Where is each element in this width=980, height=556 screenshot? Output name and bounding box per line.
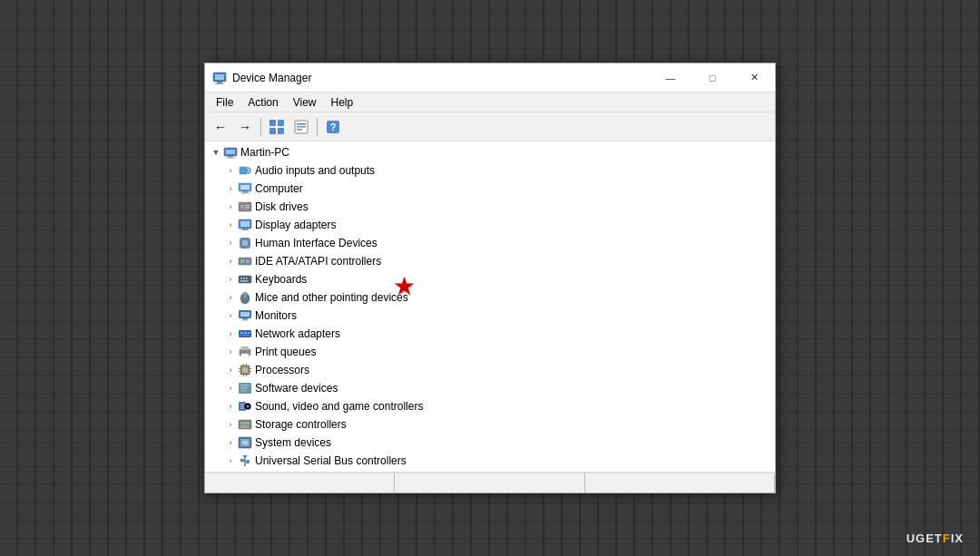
- menu-bar: File Action View Help: [205, 93, 775, 112]
- storage-expand[interactable]: ›: [223, 417, 238, 432]
- svg-point-20: [247, 170, 250, 172]
- properties-button[interactable]: [289, 115, 313, 139]
- tree-root[interactable]: ▼ Martin-PC: [205, 143, 775, 161]
- title-bar: Device Manager — □ ✕: [205, 63, 775, 93]
- menu-file[interactable]: File: [209, 94, 240, 111]
- title-bar-left: Device Manager: [212, 71, 311, 85]
- watermark-accent: F: [943, 532, 951, 545]
- printer-label: Print queues: [255, 346, 316, 358]
- svg-rect-2: [217, 82, 222, 83]
- tree-item-ide[interactable]: › IDE ATA/ATAPI controllers: [205, 252, 775, 270]
- tree-item-network[interactable]: › Network adapters: [205, 325, 775, 343]
- svg-rect-54: [248, 332, 250, 334]
- svg-rect-23: [242, 191, 248, 193]
- printer-expand[interactable]: ›: [223, 345, 238, 359]
- back-icon: ←: [214, 120, 227, 134]
- network-label: Network adapters: [255, 327, 340, 340]
- disk-label: Disk drives: [255, 200, 309, 213]
- device-tree[interactable]: ▼ Martin-PC › Audio input: [205, 141, 775, 473]
- app-icon: [212, 71, 227, 85]
- keyboard-label: Keyboards: [255, 273, 307, 286]
- svg-rect-28: [245, 207, 250, 208]
- tree-item-software[interactable]: › Software devices: [205, 379, 775, 397]
- svg-rect-39: [239, 276, 251, 283]
- system-expand[interactable]: ›: [223, 435, 238, 450]
- tree-item-mouse[interactable]: › Mice and other pointing devices: [205, 288, 775, 307]
- disk-expand[interactable]: ›: [223, 200, 238, 214]
- sound-expand[interactable]: ›: [223, 399, 238, 414]
- network-expand[interactable]: ›: [223, 327, 238, 341]
- tree-item-usb[interactable]: › Universal Serial Bus controllers: [205, 452, 775, 470]
- ide-expand[interactable]: ›: [223, 254, 238, 268]
- svg-rect-62: [239, 368, 240, 369]
- monitor-expand[interactable]: ›: [223, 308, 238, 323]
- tree-item-disk[interactable]: › Disk drives: [205, 198, 775, 216]
- forward-button[interactable]: →: [233, 115, 257, 139]
- tree-item-processor[interactable]: › Processors: [205, 361, 775, 379]
- monitor-label: Monitors: [255, 309, 297, 322]
- tree-item-display[interactable]: › Display adapters: [205, 216, 775, 234]
- svg-rect-32: [242, 229, 248, 229]
- usb-icon: [238, 454, 252, 468]
- tree-icon: [269, 119, 285, 135]
- svg-rect-79: [240, 422, 250, 424]
- svg-rect-9: [297, 123, 306, 125]
- tree-item-system[interactable]: › System devices: [205, 434, 775, 452]
- hid-label: Human Interface Devices: [255, 237, 377, 249]
- tree-item-storage[interactable]: › Storage controllers: [205, 415, 775, 434]
- tree-item-keyboard[interactable]: › Keyboards: [205, 270, 775, 288]
- hid-icon: [238, 236, 252, 250]
- software-expand[interactable]: ›: [223, 381, 238, 395]
- menu-action[interactable]: Action: [240, 94, 285, 111]
- status-bar: [205, 473, 775, 493]
- svg-rect-57: [241, 346, 249, 350]
- svg-rect-63: [239, 371, 240, 372]
- hid-expand[interactable]: ›: [223, 236, 238, 250]
- keyboard-expand[interactable]: ›: [223, 272, 238, 287]
- menu-help[interactable]: Help: [324, 94, 361, 111]
- back-button[interactable]: ←: [209, 115, 232, 139]
- status-segment-1: [205, 473, 395, 493]
- software-icon: [238, 381, 252, 395]
- mouse-expand[interactable]: ›: [223, 290, 238, 305]
- display-expand[interactable]: ›: [223, 218, 238, 232]
- audio-expand[interactable]: ›: [223, 163, 238, 178]
- tree-item-sound[interactable]: › Sound, video and game controllers: [205, 397, 775, 415]
- root-expand[interactable]: ▼: [209, 145, 223, 160]
- svg-rect-31: [240, 221, 250, 227]
- printer-icon: [238, 345, 252, 359]
- usb-expand[interactable]: ›: [223, 454, 238, 468]
- tree-item-audio[interactable]: › Audio inputs and outputs: [205, 161, 775, 180]
- svg-rect-86: [240, 459, 244, 462]
- audio-icon: [238, 163, 252, 178]
- svg-point-26: [240, 205, 244, 209]
- svg-rect-53: [244, 332, 247, 334]
- root-label: Martin-PC: [240, 146, 289, 159]
- computer-expand[interactable]: ›: [223, 181, 238, 196]
- tree-item-computer[interactable]: › Computer: [205, 180, 775, 198]
- maximize-button[interactable]: □: [691, 63, 733, 93]
- status-segment-2: [395, 473, 584, 493]
- storage-icon: [238, 417, 252, 432]
- processor-icon: [238, 363, 252, 377]
- tree-item-hid[interactable]: › Human Interface Devices: [205, 234, 775, 252]
- computer-label: Computer: [255, 182, 303, 195]
- window-title: Device Manager: [232, 72, 311, 84]
- svg-rect-55: [240, 335, 250, 336]
- svg-rect-58: [241, 354, 249, 357]
- svg-rect-52: [240, 332, 243, 334]
- tree-item-printer[interactable]: › Print queues: [205, 343, 775, 361]
- menu-view[interactable]: View: [286, 94, 324, 111]
- toolbar-separator-1: [260, 118, 261, 136]
- tree-button[interactable]: [265, 115, 289, 139]
- disk-icon: [238, 200, 252, 214]
- minimize-button[interactable]: —: [650, 63, 691, 93]
- processor-expand[interactable]: ›: [223, 363, 238, 377]
- help-button[interactable]: ?: [321, 115, 345, 139]
- toolbar-separator-2: [317, 118, 318, 136]
- status-segment-3: [585, 473, 775, 493]
- tree-item-monitor[interactable]: › Monitors: [205, 307, 775, 325]
- close-button[interactable]: ✕: [733, 63, 775, 93]
- monitor-icon: [238, 308, 252, 323]
- display-icon: [238, 218, 252, 232]
